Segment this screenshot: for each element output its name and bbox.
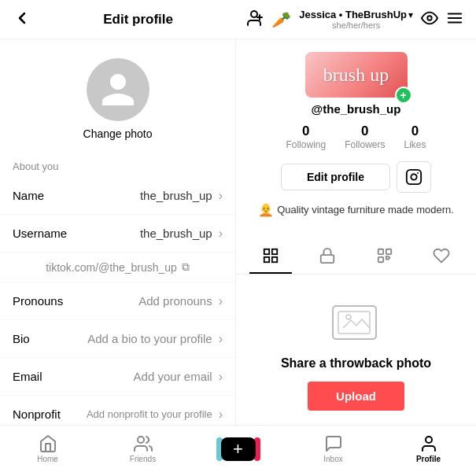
pronouns-label: Pronouns — [13, 294, 83, 308]
svg-rect-13 — [321, 255, 334, 263]
likes-label: Likes — [404, 139, 426, 150]
name-label: Name — [13, 189, 83, 202]
throwback-section: Share a throwback photo Upload — [236, 275, 476, 434]
tab-liked[interactable] — [420, 239, 463, 274]
svg-rect-7 — [407, 170, 421, 184]
avatar[interactable] — [87, 58, 149, 121]
nav-friends[interactable]: Friends — [120, 434, 167, 463]
tab-repost[interactable] — [363, 239, 406, 274]
pronouns-chevron-icon: › — [219, 294, 223, 308]
pronouns-value: Add pronouns — [83, 294, 216, 308]
upload-button[interactable]: Upload — [308, 382, 404, 411]
tab-lock[interactable] — [306, 239, 349, 274]
profile-card: brush up + @the_brush_up 0 Following 0 F… — [236, 39, 476, 239]
profile-handle: @the_brush_up — [312, 102, 401, 116]
username-chevron-icon: › — [219, 227, 223, 241]
name-chevron-icon: › — [219, 189, 223, 203]
eye-button[interactable] — [421, 9, 438, 29]
svg-rect-16 — [378, 257, 382, 262]
nav-inbox[interactable]: Inbox — [310, 434, 357, 463]
profile-identity: Jessica • TheBrushUp ▾ she/her/hers — [299, 9, 413, 30]
bottom-nav: Home Friends + Inbox Profile — [0, 425, 476, 472]
username-field-row[interactable]: Username the_brush_up › — [0, 215, 235, 253]
svg-point-3 — [427, 16, 432, 20]
svg-rect-9 — [264, 249, 269, 254]
banner-text: brush up — [323, 65, 389, 86]
edit-profile-row: Edit profile — [281, 161, 431, 193]
svg-point-20 — [138, 437, 144, 443]
back-button[interactable] — [13, 9, 31, 30]
create-button-wrapper[interactable]: + — [221, 437, 256, 461]
profile-tab-bar — [236, 239, 476, 275]
top-bar: Edit profile 🥕 Jessica • TheBrushUp ▾ sh… — [0, 0, 476, 39]
name-value: the_brush_up — [83, 189, 216, 202]
name-field-row[interactable]: Name the_brush_up › — [0, 177, 235, 215]
bio-chevron-icon: › — [219, 332, 223, 346]
copy-icon[interactable]: ⧉ — [182, 260, 190, 274]
following-count: 0 — [302, 124, 309, 139]
nav-profile-label: Profile — [416, 455, 441, 463]
bio-value: Add a bio to your profile — [83, 332, 216, 345]
bio-text: Quality vintage furniture made modern. — [277, 204, 454, 216]
nav-home[interactable]: Home — [24, 434, 72, 463]
email-label: Email — [13, 370, 83, 383]
email-chevron-icon: › — [219, 370, 223, 384]
profile-banner: brush up + — [305, 52, 408, 98]
email-value: Add your email — [83, 370, 216, 383]
photo-section: Change photo — [0, 39, 235, 153]
username-value: the_brush_up — [83, 227, 216, 240]
following-label: Following — [286, 139, 326, 150]
followers-stat: 0 Followers — [345, 124, 385, 150]
page-title: Edit profile — [103, 12, 173, 28]
add-photo-button[interactable]: + — [395, 87, 412, 104]
right-panel: brush up + @the_brush_up 0 Following 0 F… — [236, 39, 476, 472]
stats-row: 0 Following 0 Followers 0 Likes — [286, 124, 426, 150]
main-layout: Change photo About you Name the_brush_up… — [0, 39, 476, 472]
profile-name: Jessica • TheBrushUp — [299, 9, 407, 20]
svg-rect-14 — [378, 249, 382, 254]
top-bar-right: 🥕 Jessica • TheBrushUp ▾ she/her/hers — [245, 9, 463, 30]
url-text: tiktok.com/@the_brush_up — [46, 261, 177, 274]
left-panel: Change photo About you Name the_brush_up… — [0, 39, 236, 472]
svg-point-0 — [251, 11, 257, 17]
nav-create[interactable]: + — [215, 437, 262, 461]
svg-point-19 — [346, 315, 351, 319]
pencil-button[interactable]: 🥕 — [271, 10, 291, 29]
url-row[interactable]: tiktok.com/@the_brush_up ⧉ — [0, 253, 235, 282]
followers-count: 0 — [361, 124, 368, 139]
bio-label: Bio — [13, 332, 83, 345]
nav-home-label: Home — [37, 455, 58, 463]
throwback-icon — [329, 298, 384, 345]
svg-rect-12 — [272, 257, 277, 262]
bio-field-row[interactable]: Bio Add a bio to your profile › — [0, 320, 235, 358]
add-user-button[interactable] — [245, 9, 264, 30]
tab-grid[interactable] — [249, 239, 292, 274]
nav-profile[interactable]: Profile — [405, 434, 452, 463]
change-photo-label[interactable]: Change photo — [83, 127, 153, 140]
nonprofit-chevron-icon: › — [219, 407, 223, 422]
following-stat: 0 Following — [286, 124, 326, 150]
svg-rect-11 — [264, 257, 269, 262]
nonprofit-value: Add nonprofit to your profile — [83, 408, 216, 420]
about-section-label: About you — [0, 153, 235, 177]
svg-rect-10 — [272, 249, 277, 254]
instagram-link-button[interactable] — [397, 161, 431, 193]
username-label: Username — [13, 227, 83, 240]
followers-label: Followers — [345, 139, 385, 150]
likes-stat: 0 Likes — [404, 124, 426, 150]
pronouns-field-row[interactable]: Pronouns Add pronouns › — [0, 282, 235, 320]
edit-profile-button[interactable]: Edit profile — [281, 164, 390, 190]
throwback-title: Share a throwback photo — [281, 356, 431, 371]
menu-button[interactable] — [446, 9, 463, 29]
create-button-inner: + — [221, 437, 256, 461]
likes-count: 0 — [411, 124, 419, 139]
email-field-row[interactable]: Email Add your email › — [0, 358, 235, 396]
pronouns-tag: she/her/hers — [332, 20, 380, 30]
dropdown-icon[interactable]: ▾ — [408, 9, 413, 20]
create-icon: + — [233, 441, 243, 458]
nonprofit-label: Nonprofit — [13, 407, 83, 421]
svg-point-21 — [426, 437, 432, 443]
nav-inbox-label: Inbox — [323, 455, 342, 463]
svg-rect-15 — [386, 249, 390, 254]
nav-friends-label: Friends — [130, 455, 156, 463]
